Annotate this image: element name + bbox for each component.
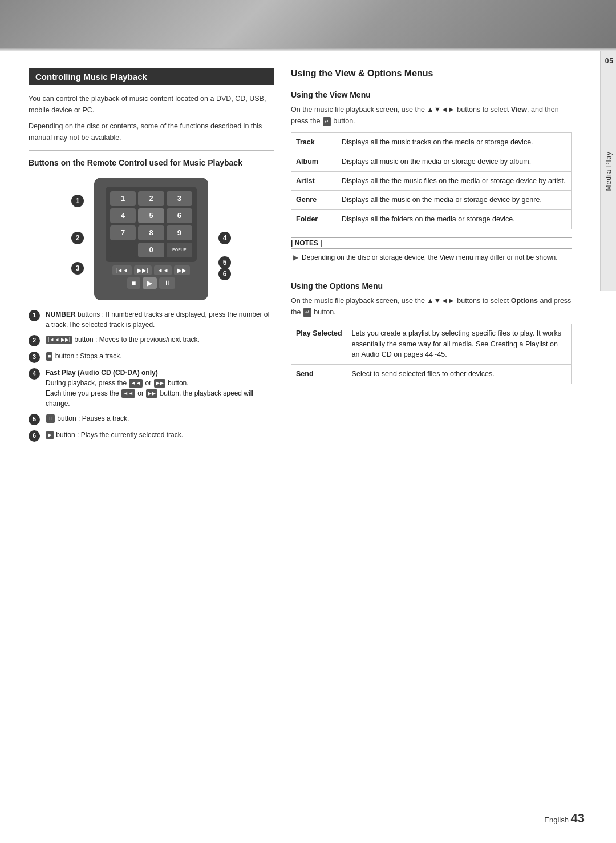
annotation-item-3: 3 ■ button : Stops a track. xyxy=(29,351,274,363)
notes-item-1: ▶ Depending on the disc or storage devic… xyxy=(291,252,572,263)
annotation-text-4: Fast Play (Audio CD (CD-DA) only) During… xyxy=(46,368,274,409)
key-2: 2 xyxy=(138,191,164,206)
options-menu-table: Play SelectedLets you create a playlist … xyxy=(291,324,572,384)
key-6: 6 xyxy=(167,208,192,223)
side-chapter-tab: 05 Media Play xyxy=(600,51,616,291)
options-menu-intro: On the music file playback screen, use t… xyxy=(291,295,572,318)
view-table-desc: Displays all music on the media or stora… xyxy=(337,152,572,171)
callout-3: 3 xyxy=(71,262,84,275)
rew-icon-inline: ◄◄ xyxy=(129,379,143,388)
annotation-list: 1 NUMBER buttons : If numbered tracks ar… xyxy=(29,309,274,442)
annotation-item-5: 5 ⏸ button : Pauses a track. xyxy=(29,413,274,425)
options-table-row: Play SelectedLets you create a playlist … xyxy=(291,324,572,364)
notes-label: | NOTES | xyxy=(291,237,572,249)
view-table-row: FolderDisplays all the folders on the me… xyxy=(291,210,572,229)
annotation-item-1: 1 NUMBER buttons : If numbered tracks ar… xyxy=(29,309,274,330)
key-5: 5 xyxy=(138,208,164,223)
annotation-num-1: 1 xyxy=(29,310,40,321)
remote-wrapper: 1 2 3 4 5 6 1 2 xyxy=(71,178,231,300)
remote-section-title: Buttons on the Remote Control used for M… xyxy=(29,158,274,169)
intro-paragraph-1: You can control the playback of music co… xyxy=(29,93,274,116)
main-content: Controlling Music Playback You can contr… xyxy=(0,51,600,469)
key-1: 1 xyxy=(110,191,136,206)
two-column-layout: Controlling Music Playback You can contr… xyxy=(29,68,572,446)
view-menu-table: TrackDisplays all the music tracks on th… xyxy=(291,132,572,229)
annotation-num-4: 4 xyxy=(29,368,40,380)
view-table-label: Artist xyxy=(291,171,337,191)
annotation-text-5: ⏸ button : Pauses a track. xyxy=(46,413,274,423)
key-4: 4 xyxy=(110,208,136,223)
view-table-label: Album xyxy=(291,152,337,171)
options-table-label: Send xyxy=(291,365,347,384)
ff-icon-inline2: ▶▶ xyxy=(146,389,157,398)
key-empty xyxy=(110,243,136,257)
view-table-row: TrackDisplays all the music tracks on th… xyxy=(291,133,572,152)
stop-btn: ■ xyxy=(127,277,140,289)
notes-text-1: Depending on the disc or storage device,… xyxy=(302,252,558,263)
annotation-text-6: ▶ button : Plays the currently selected … xyxy=(46,430,274,440)
divider-1 xyxy=(29,150,274,151)
view-table-desc: Displays all the folders on the media or… xyxy=(337,210,572,229)
page-footer: English 43 xyxy=(544,811,585,826)
right-section-title: Using the View & Options Menus xyxy=(291,68,572,82)
remote-diagram: 1 2 3 4 5 6 1 2 xyxy=(29,178,274,300)
options-menu-title: Using the Options Menu xyxy=(291,281,572,291)
prev-next-icon: |◄◄ ▶▶| xyxy=(46,336,72,345)
key-3: 3 xyxy=(167,191,192,206)
enter-icon-options: ↵ xyxy=(303,308,311,317)
top-decorative-bar xyxy=(0,0,616,51)
rewind-btn: ◄◄ xyxy=(154,265,172,275)
notes-box: | NOTES | ▶ Depending on the disc or sto… xyxy=(291,237,572,263)
rew-icon-inline2: ◄◄ xyxy=(121,389,135,398)
divider-2 xyxy=(291,273,572,273)
intro-paragraph-2: Depending on the disc or contents, some … xyxy=(29,120,274,143)
notes-arrow-icon: ▶ xyxy=(293,252,298,263)
view-table-desc: Displays all the music tracks on the med… xyxy=(337,133,572,152)
options-table-desc: Lets you create a playlist by selecting … xyxy=(347,324,571,364)
options-table-label: Play Selected xyxy=(291,324,347,364)
annotation-text-3: ■ button : Stops a track. xyxy=(46,351,274,361)
callout-5: 5 xyxy=(218,256,231,269)
annotation-item-4: 4 Fast Play (Audio CD (CD-DA) only) Duri… xyxy=(29,368,274,409)
annotation-num-6: 6 xyxy=(29,430,40,442)
annotation-text-1: NUMBER buttons : If numbered tracks are … xyxy=(46,309,274,330)
annotation-item-2: 2 |◄◄ ▶▶| button : Moves to the previous… xyxy=(29,334,274,346)
key-0: 0 xyxy=(138,243,164,257)
left-column: Controlling Music Playback You can contr… xyxy=(29,68,274,446)
prev-track-btn: |◄◄ xyxy=(112,265,132,275)
view-menu-intro: On the music file playback screen, use t… xyxy=(291,104,572,127)
nav-row: |◄◄ ▶▶| ◄◄ ▶▶ xyxy=(106,265,197,275)
annotation-num-2: 2 xyxy=(29,335,40,346)
enter-icon-view: ↵ xyxy=(323,117,331,126)
key-8: 8 xyxy=(138,225,164,240)
callout-1: 1 xyxy=(71,195,84,207)
page-number: 43 xyxy=(571,811,585,825)
pause-btn: ⏸ xyxy=(159,277,175,289)
view-table-desc: Displays all the music on the media or s… xyxy=(337,191,572,210)
right-column: Using the View & Options Menus Using the… xyxy=(291,68,572,446)
transport-row: ■ ▶ ⏸ xyxy=(106,277,197,289)
key-popup: POPUP xyxy=(167,243,192,257)
options-table-desc: Select to send selected files to other d… xyxy=(347,365,571,384)
view-menu-title: Using the View Menu xyxy=(291,90,572,99)
view-table-row: AlbumDisplays all music on the media or … xyxy=(291,152,572,171)
stop-icon-inline: ■ xyxy=(46,352,52,361)
annotation-item-6: 6 ▶ button : Plays the currently selecte… xyxy=(29,430,274,442)
key-9: 9 xyxy=(167,225,192,240)
key-7: 7 xyxy=(110,225,136,240)
next-track-btn: ▶▶| xyxy=(134,265,152,275)
view-table-label: Folder xyxy=(291,210,337,229)
remote-body: 1 2 3 4 5 6 7 8 9 0 POPUP xyxy=(94,178,208,300)
ff-btn: ▶▶ xyxy=(174,265,190,275)
annotation-num-3: 3 xyxy=(29,352,40,363)
ff-icon-inline: ▶▶ xyxy=(154,379,165,388)
callout-6: 6 xyxy=(218,268,231,280)
left-section-title: Controlling Music Playback xyxy=(29,68,274,85)
view-table-desc: Displays all the the music files on the … xyxy=(337,171,572,191)
view-table-row: ArtistDisplays all the the music files o… xyxy=(291,171,572,191)
pause-icon-inline: ⏸ xyxy=(46,414,55,423)
callout-4: 4 xyxy=(218,232,231,244)
play-btn: ▶ xyxy=(143,277,157,289)
annotation-text-2: |◄◄ ▶▶| button : Moves to the previous/n… xyxy=(46,334,274,345)
view-table-row: GenreDisplays all the music on the media… xyxy=(291,191,572,210)
